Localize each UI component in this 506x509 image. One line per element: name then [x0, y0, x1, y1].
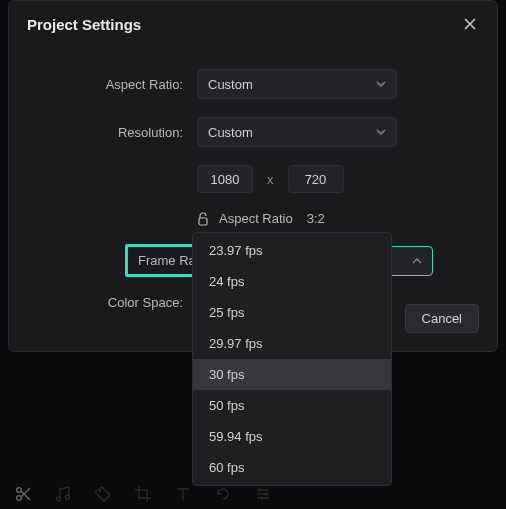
resolution-value: Custom — [208, 125, 253, 140]
resolution-select[interactable]: Custom — [197, 117, 397, 147]
text-icon[interactable] — [174, 485, 192, 503]
svg-point-5 — [99, 490, 101, 492]
cancel-button[interactable]: Cancel — [405, 304, 479, 333]
svg-point-2 — [17, 496, 22, 501]
dimension-separator: x — [267, 172, 274, 187]
width-input[interactable]: 1080 — [197, 165, 253, 193]
close-button[interactable] — [461, 15, 479, 33]
sliders-icon[interactable] — [254, 485, 272, 503]
svg-point-3 — [57, 497, 61, 501]
crop-icon[interactable] — [134, 485, 152, 503]
svg-point-7 — [265, 493, 268, 496]
frame-rate-option[interactable]: 25 fps — [193, 297, 391, 328]
height-input[interactable]: 720 — [288, 165, 344, 193]
aspect-ratio-value: Custom — [208, 77, 253, 92]
frame-rate-option[interactable]: 24 fps — [193, 266, 391, 297]
aspect-ratio-label: Aspect Ratio: — [27, 77, 197, 92]
color-space-label: Color Space: — [27, 295, 197, 310]
frame-rate-option[interactable]: 30 fps — [193, 359, 391, 390]
frame-rate-option[interactable]: 23.97 fps — [193, 235, 391, 266]
unlock-icon — [197, 212, 209, 226]
svg-point-8 — [261, 497, 264, 500]
resolution-label: Resolution: — [27, 125, 197, 140]
frame-rate-option[interactable]: 50 fps — [193, 390, 391, 421]
svg-point-1 — [17, 488, 22, 493]
svg-point-4 — [66, 495, 70, 499]
undo-icon[interactable] — [214, 485, 232, 503]
tag-icon[interactable] — [94, 485, 112, 503]
close-icon — [463, 17, 477, 31]
lock-aspect-value: 3:2 — [307, 211, 325, 226]
frame-rate-option[interactable]: 29.97 fps — [193, 328, 391, 359]
music-icon[interactable] — [54, 485, 72, 503]
frame-rate-option[interactable]: 60 fps — [193, 452, 391, 483]
chevron-down-icon — [376, 127, 386, 137]
aspect-ratio-select[interactable]: Custom — [197, 69, 397, 99]
lock-aspect-label: Aspect Ratio — [219, 211, 293, 226]
frame-rate-dropdown[interactable]: 23.97 fps24 fps25 fps29.97 fps30 fps50 f… — [192, 232, 392, 486]
chevron-up-icon — [412, 256, 422, 266]
scissors-icon[interactable] — [14, 485, 32, 503]
svg-point-6 — [259, 489, 262, 492]
chevron-down-icon — [376, 79, 386, 89]
dialog-title: Project Settings — [27, 16, 141, 33]
frame-rate-option[interactable]: 59.94 fps — [193, 421, 391, 452]
bottom-toolbar — [14, 485, 272, 503]
svg-rect-0 — [199, 218, 207, 225]
